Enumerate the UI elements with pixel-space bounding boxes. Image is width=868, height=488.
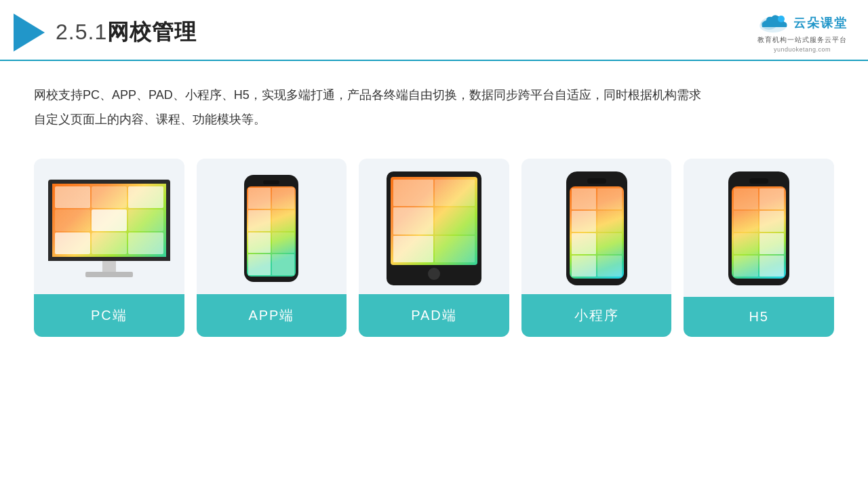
svg-point-2: [778, 16, 785, 22]
logo-area: 云朵课堂 教育机构一站式服务云平台 yunduoketang.com: [757, 12, 848, 53]
description-text: 网校支持PC、APP、PAD、小程序、H5，实现多端打通，产品各终端自由切换，数…: [0, 61, 746, 138]
tablet-screen: [391, 177, 477, 265]
header-left: 2.5.1网校管理: [14, 14, 197, 52]
h5-phone-frame: [728, 171, 789, 285]
card-app-label: APP端: [197, 294, 347, 337]
mini-phone: [566, 171, 627, 285]
tablet-home-button: [428, 268, 440, 280]
app-phone-screen: [247, 186, 296, 277]
logo-tagline: 教育机构一站式服务云平台: [757, 35, 847, 45]
monitor-base: [85, 272, 133, 277]
card-mini[interactable]: 小程序: [521, 159, 672, 337]
h5-phone: [728, 171, 789, 285]
card-pc-image: [34, 159, 184, 294]
app-phone-frame: [244, 175, 298, 282]
play-icon: [14, 14, 45, 52]
cloud-icon: [757, 12, 789, 34]
card-h5[interactable]: H5: [684, 159, 834, 337]
mini-phone-frame: [566, 171, 627, 285]
card-mini-label: 小程序: [521, 294, 672, 337]
card-app[interactable]: APP端: [197, 159, 347, 337]
card-mini-image: [521, 159, 672, 294]
card-pad-label: PAD端: [359, 294, 509, 337]
card-app-image: [197, 159, 347, 294]
card-h5-image: [684, 159, 834, 294]
mini-phone-screen: [570, 186, 624, 279]
card-pc-label: PC端: [34, 294, 184, 337]
monitor-neck: [102, 261, 116, 272]
page-title: 2.5.1网校管理: [56, 18, 197, 47]
h5-phone-notch: [749, 178, 768, 184]
monitor-screen: [48, 180, 170, 261]
card-h5-label: H5: [684, 297, 834, 337]
card-pad[interactable]: PAD端: [359, 159, 509, 337]
cards-container: PC端 APP端: [0, 138, 868, 337]
mini-phone-notch: [587, 178, 606, 184]
logo-url: yunduoketang.com: [774, 46, 831, 53]
title-cn: 网校管理: [107, 20, 197, 44]
tablet-device: [387, 171, 481, 285]
logo-text-cn: 云朵课堂: [793, 15, 848, 31]
card-pad-image: [359, 159, 509, 294]
logo-cloud: 云朵课堂: [757, 12, 848, 34]
pc-monitor: [48, 180, 170, 277]
header: 2.5.1网校管理 云朵课堂 教育机构一站式服务云平台 yunduoketang…: [0, 0, 868, 61]
card-pc[interactable]: PC端: [34, 159, 184, 337]
tablet-frame: [387, 171, 481, 285]
app-phone-notch: [263, 180, 279, 184]
h5-phone-screen: [732, 186, 786, 279]
title-number: 2.5.1: [56, 20, 107, 44]
